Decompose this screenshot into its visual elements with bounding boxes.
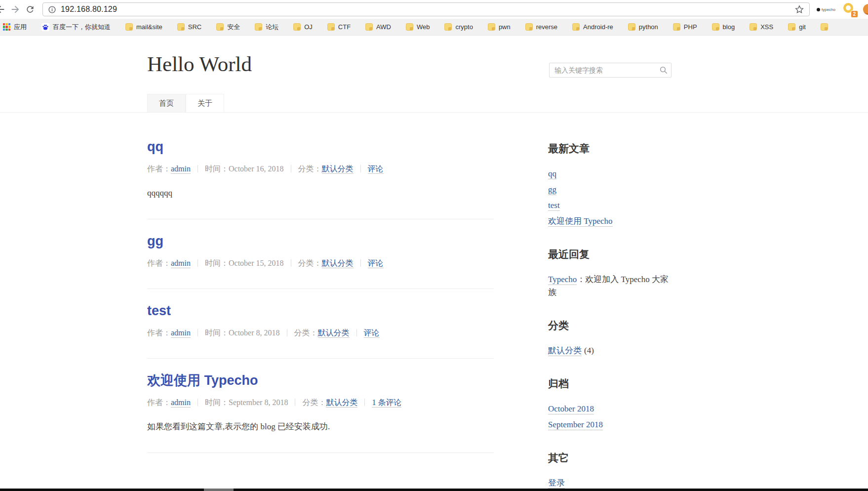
- bookmark-label: pwn: [499, 23, 511, 31]
- bookmark-folder[interactable]: [821, 23, 831, 31]
- post-title-link[interactable]: 欢迎使用 Typecho: [147, 371, 258, 389]
- bookmark-folder[interactable]: mail&site: [125, 23, 162, 31]
- bookmark-label: SRC: [188, 23, 201, 31]
- folder-icon: [365, 23, 373, 31]
- recent-post-link[interactable]: 欢迎使用 Typecho: [548, 216, 613, 227]
- time-label: 时间：: [205, 164, 229, 173]
- post-category-link[interactable]: 默认分类: [326, 398, 357, 408]
- archive-link[interactable]: September 2018: [548, 420, 603, 430]
- bookmark-folder[interactable]: 论坛: [255, 23, 278, 32]
- bookmark-label: crypto: [455, 23, 473, 31]
- folder-icon: [628, 23, 635, 31]
- reload-button[interactable]: [23, 2, 38, 17]
- post-list: qq 作者：admin时间：October 16, 2018分类：默认分类评论 …: [147, 134, 494, 453]
- bookmark-apps[interactable]: 应用: [3, 23, 27, 32]
- bookmark-label: PHP: [684, 23, 697, 31]
- extension-badge: 2: [851, 10, 858, 18]
- widget-heading: 分类: [548, 319, 674, 332]
- post-date: September 8, 2018: [229, 398, 288, 407]
- folder-icon: [293, 23, 301, 31]
- post: test 作者：admin时间：October 8, 2018分类：默认分类评论: [147, 289, 494, 359]
- nav-tab-about[interactable]: 关于: [186, 94, 224, 113]
- list-item: 默认分类(4): [548, 344, 674, 357]
- bookmark-folder[interactable]: AWD: [365, 23, 391, 31]
- bookmark-folder[interactable]: SRC: [177, 23, 201, 31]
- bookmark-folder[interactable]: Android-re: [572, 23, 613, 31]
- post-comments-link[interactable]: 评论: [364, 328, 380, 338]
- bookmark-folder[interactable]: blog: [712, 23, 735, 31]
- meta-separator: [360, 165, 361, 172]
- widget-misc: 其它 登录 文章 RSS: [548, 451, 674, 491]
- recent-post-link[interactable]: test: [548, 201, 560, 211]
- category-label: 分类：: [298, 259, 322, 267]
- bookmark-label: Android-re: [583, 23, 613, 31]
- login-link[interactable]: 登录: [548, 478, 565, 489]
- bookmark-folder[interactable]: reverse: [525, 23, 557, 31]
- meta-separator: [197, 399, 198, 406]
- bookmark-folder[interactable]: PHP: [673, 23, 697, 31]
- category-link[interactable]: 默认分类: [548, 346, 582, 356]
- nav-tab-home[interactable]: 首页: [147, 94, 186, 113]
- profile-avatar-icon[interactable]: [863, 4, 868, 15]
- url-text[interactable]: 192.168.80.129: [61, 5, 794, 14]
- post-comments-link[interactable]: 评论: [368, 164, 384, 174]
- category-label: 分类：: [298, 164, 322, 173]
- archive-link[interactable]: October 2018: [548, 404, 594, 414]
- recent-post-link[interactable]: qq: [548, 169, 556, 179]
- bookmark-folder[interactable]: XSS: [750, 23, 773, 31]
- list-item: gg: [548, 183, 674, 196]
- post-title-link[interactable]: test: [147, 302, 171, 320]
- post-comments-link[interactable]: 1 条评论: [372, 398, 401, 408]
- search-input[interactable]: [549, 63, 671, 78]
- forward-button[interactable]: [8, 2, 23, 17]
- bookmark-folder[interactable]: crypto: [444, 23, 473, 31]
- post-meta: 作者：admin时间：October 16, 2018分类：默认分类评论: [147, 164, 494, 174]
- post-title-link[interactable]: qq: [147, 138, 163, 156]
- bookmark-folder[interactable]: git: [788, 23, 806, 31]
- bookmark-baidu[interactable]: 百度一下，你就知道: [41, 23, 111, 32]
- reply-author-link[interactable]: Typecho: [548, 275, 577, 285]
- widget-recent-posts: 最新文章 qq gg test 欢迎使用 Typecho: [548, 142, 674, 228]
- bookmarks-bar: 应用 百度一下，你就知道 mail&site SRC 安全 论坛 OJ CTF …: [0, 19, 868, 36]
- folder-icon: [125, 23, 133, 31]
- folder-icon: [712, 23, 719, 31]
- bookmark-folder[interactable]: CTF: [327, 23, 351, 31]
- bookmark-folder[interactable]: Web: [406, 23, 430, 31]
- meta-separator: [360, 259, 361, 267]
- post-category-link[interactable]: 默认分类: [322, 259, 354, 268]
- page-info-icon[interactable]: [48, 5, 56, 14]
- bookmark-folder[interactable]: 安全: [216, 23, 240, 32]
- post-author-link[interactable]: admin: [171, 164, 191, 174]
- sidebar: 最新文章 qq gg test 欢迎使用 Typecho 最近回复 Typech…: [548, 134, 674, 491]
- post-category-link[interactable]: 默认分类: [318, 328, 350, 338]
- bookmark-folder[interactable]: python: [628, 23, 658, 31]
- post-author-link[interactable]: admin: [171, 328, 191, 338]
- bookmark-star-icon[interactable]: [794, 4, 804, 14]
- back-button[interactable]: [0, 2, 8, 17]
- post-author-link[interactable]: admin: [171, 259, 191, 268]
- post-category-link[interactable]: 默认分类: [322, 164, 354, 174]
- recent-post-link[interactable]: gg: [548, 185, 556, 195]
- meta-separator: [295, 399, 295, 406]
- folder-icon: [177, 23, 185, 31]
- widget-categories: 分类 默认分类(4): [548, 319, 674, 357]
- bookmark-folder[interactable]: OJ: [293, 23, 313, 31]
- post-author-link[interactable]: admin: [171, 398, 191, 408]
- search-icon[interactable]: [659, 66, 668, 75]
- bookmark-folder[interactable]: pwn: [488, 23, 511, 31]
- extension-donut-button[interactable]: 2: [843, 3, 856, 16]
- bookmark-label: reverse: [536, 23, 557, 31]
- meta-separator: [197, 329, 198, 336]
- address-bar[interactable]: 192.168.80.129: [42, 2, 810, 16]
- post-comments-link[interactable]: 评论: [368, 259, 384, 268]
- list-item: qq: [548, 167, 674, 180]
- bookmark-label: python: [639, 23, 658, 31]
- post: qq 作者：admin时间：October 16, 2018分类：默认分类评论 …: [147, 134, 494, 219]
- bookmark-label: 应用: [14, 23, 27, 32]
- folder-icon: [788, 23, 795, 31]
- author-label: 作者：: [147, 259, 171, 267]
- post-title-link[interactable]: gg: [147, 232, 163, 250]
- meta-separator: [356, 329, 357, 336]
- post-meta: 作者：admin时间：September 8, 2018分类：默认分类1 条评论: [147, 397, 494, 408]
- extension-typecho-button[interactable]: typecho: [817, 7, 835, 12]
